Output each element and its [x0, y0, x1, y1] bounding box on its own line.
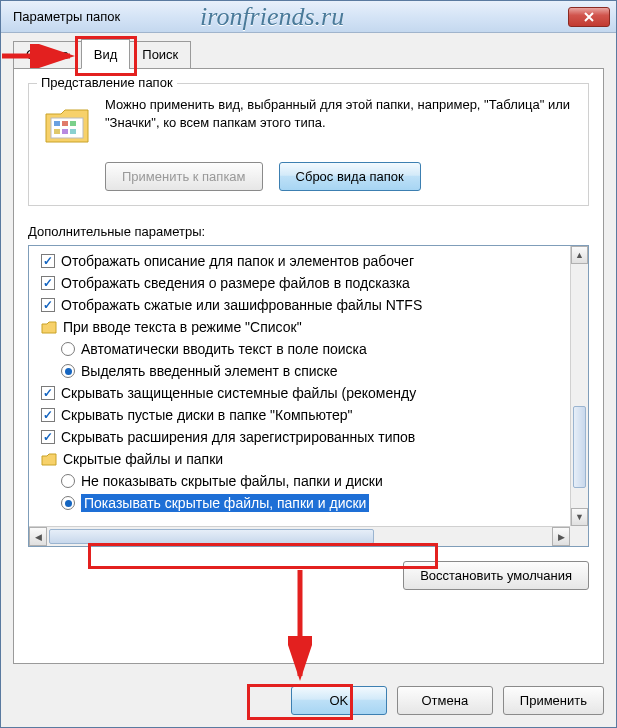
tree-radio-list-search[interactable]: Автоматически вводить текст в поле поиск…: [31, 338, 586, 360]
svg-rect-4: [70, 121, 76, 126]
restore-defaults-button[interactable]: Восстановить умолчания: [403, 561, 589, 590]
checkbox-icon[interactable]: [41, 386, 55, 400]
folder-views-description: Можно применить вид, выбранный для этой …: [105, 96, 574, 148]
tree-row-desc-tips[interactable]: Отображать описание для папок и элементо…: [31, 250, 586, 272]
apply-to-folders-button: Применить к папкам: [105, 162, 263, 191]
vertical-scrollbar[interactable]: ▲ ▼: [570, 246, 588, 526]
scroll-up-icon[interactable]: ▲: [571, 246, 588, 264]
horizontal-scrollbar[interactable]: ◀ ▶: [29, 526, 570, 546]
folder-views-group: Представление папок Можно применить вид,…: [28, 83, 589, 206]
scroll-down-icon[interactable]: ▼: [571, 508, 588, 526]
folder-views-legend: Представление папок: [37, 75, 177, 90]
tab-view[interactable]: Вид: [81, 39, 131, 69]
close-button[interactable]: [568, 7, 610, 27]
scroll-left-icon[interactable]: ◀: [29, 527, 47, 546]
scroll-thumb[interactable]: [573, 406, 586, 489]
cancel-button[interactable]: Отмена: [397, 686, 493, 715]
titlebar: Параметры папок: [1, 1, 616, 33]
folder-icon: [41, 320, 57, 334]
svg-rect-2: [54, 121, 60, 126]
folder-icon: [43, 100, 91, 148]
tab-search[interactable]: Поиск: [129, 41, 191, 69]
checkbox-icon[interactable]: [41, 408, 55, 422]
scroll-track[interactable]: [571, 264, 588, 508]
tree-row-hide-protected[interactable]: Скрывать защищенные системные файлы (рек…: [31, 382, 586, 404]
close-icon: [584, 12, 594, 22]
checkbox-icon[interactable]: [41, 430, 55, 444]
dialog-button-row: OK Отмена Применить: [1, 676, 616, 727]
radio-icon[interactable]: [61, 364, 75, 378]
radio-icon[interactable]: [61, 342, 75, 356]
folder-icon: [41, 452, 57, 466]
advanced-settings-label: Дополнительные параметры:: [28, 224, 589, 239]
tree-row-hide-empty-drives[interactable]: Скрывать пустые диски в папке "Компьютер…: [31, 404, 586, 426]
apply-button[interactable]: Применить: [503, 686, 604, 715]
svg-marker-9: [42, 454, 56, 465]
svg-rect-5: [54, 129, 60, 134]
radio-icon[interactable]: [61, 474, 75, 488]
tree-row-size-tips[interactable]: Отображать сведения о размере файлов в п…: [31, 272, 586, 294]
radio-icon[interactable]: [61, 496, 75, 510]
svg-rect-7: [70, 129, 76, 134]
tree-group-list-typing: При вводе текста в режиме "Список": [31, 316, 586, 338]
checkbox-icon[interactable]: [41, 298, 55, 312]
advanced-settings-tree: Отображать описание для папок и элементо…: [28, 245, 589, 547]
tab-strip: Общие Вид Поиск: [13, 39, 604, 69]
tree-radio-hidden-show[interactable]: Показывать скрытые файлы, папки и диски: [31, 492, 586, 514]
tree-row-ntfs-color[interactable]: Отображать сжатые или зашифрованные файл…: [31, 294, 586, 316]
dialog-content: Общие Вид Поиск Представление папок Можн…: [1, 33, 616, 676]
ok-button[interactable]: OK: [291, 686, 387, 715]
checkbox-icon[interactable]: [41, 276, 55, 290]
checkbox-icon[interactable]: [41, 254, 55, 268]
svg-marker-8: [42, 322, 56, 333]
tree-radio-hidden-hide[interactable]: Не показывать скрытые файлы, папки и дис…: [31, 470, 586, 492]
tab-panel-view: Представление папок Можно применить вид,…: [13, 68, 604, 664]
tree-group-hidden: Скрытые файлы и папки: [31, 448, 586, 470]
scroll-thumb[interactable]: [49, 529, 374, 544]
scroll-right-icon[interactable]: ▶: [552, 527, 570, 546]
svg-rect-6: [62, 129, 68, 134]
folder-options-window: Параметры папок ironfriends.ru Общие Вид…: [0, 0, 617, 728]
tree-row-hide-extensions[interactable]: Скрывать расширения для зарегистрированн…: [31, 426, 586, 448]
reset-folders-button[interactable]: Сброс вида папок: [279, 162, 421, 191]
tab-general[interactable]: Общие: [13, 41, 82, 69]
scrollbar-corner: [570, 526, 588, 546]
svg-rect-3: [62, 121, 68, 126]
window-title: Параметры папок: [13, 9, 120, 24]
tree-radio-list-select[interactable]: Выделять введенный элемент в списке: [31, 360, 586, 382]
